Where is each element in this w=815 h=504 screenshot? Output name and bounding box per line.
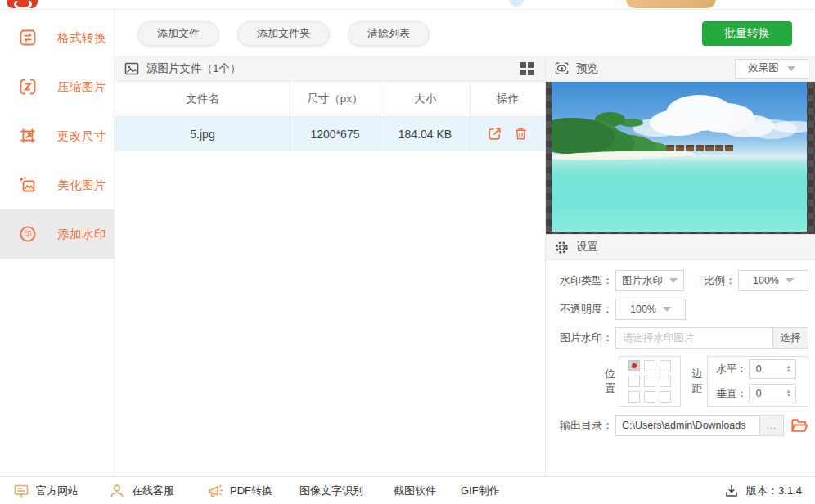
preview-mode-value: 效果图 [748,61,779,75]
sidebar-item-beautify[interactable]: 美化图片 [0,160,114,209]
batch-convert-button[interactable]: 批量转换 [702,21,792,46]
watermark-type-value: 图片水印 [622,274,663,288]
column-actions: 操作 [471,82,545,116]
horizontal-label: 水平： [716,362,747,376]
position-cell[interactable] [644,360,655,371]
clear-list-button[interactable]: 清除列表 [348,21,430,46]
footer-link-label: 在线客服 [132,484,174,498]
position-cell[interactable] [644,391,655,403]
sidebar-item-label: 压缩图片 [47,79,106,95]
browse-button[interactable]: ... [760,415,784,436]
beach-photo [552,82,807,232]
image-watermark-label: 图片水印： [554,331,613,345]
sidebar-item-label: 更改尺寸 [47,128,106,144]
choose-watermark-button[interactable]: 选择 [772,327,808,349]
sidebar-item-label: 添加水印 [47,227,106,242]
position-cell[interactable] [660,391,671,403]
add-file-button[interactable]: 添加文件 [137,21,219,46]
sidebar: 格式转换 压缩图片 更改尺寸 美化图片 [0,11,115,476]
settings-title: 设置 [576,240,598,254]
scale-select[interactable]: 100% [738,270,808,291]
watermark-type-label: 水印类型： [554,273,613,288]
format-convert-icon [18,28,38,47]
vip-button[interactable] [626,0,716,8]
sidebar-item-label: 美化图片 [47,178,106,193]
opacity-label: 不透明度： [554,302,613,317]
compress-icon [18,77,38,97]
resize-icon [18,126,38,146]
horizontal-margin-stepper[interactable]: 0 ▲▼ [749,359,796,379]
position-grid [619,356,681,407]
file-actions [471,117,545,151]
svg-text:印: 印 [24,229,32,238]
position-cell[interactable] [644,376,655,387]
chevron-down-icon [663,307,671,312]
app-logo [7,0,38,8]
horizontal-value: 0 [750,363,782,375]
chevron-down-icon [786,278,794,283]
table-header: 文件名 尺寸（px） 大小 操作 [115,82,545,117]
preview-eye-icon [554,61,570,76]
file-panel-header: 源图片文件（1个） [115,56,545,82]
sidebar-item-format-convert[interactable]: 格式转换 [0,13,114,62]
footer-link-pdf-convert[interactable]: PDF转换 [207,483,272,499]
output-dir-input[interactable] [615,415,760,436]
person-icon [109,483,125,499]
preview-header: 预览 效果图 [546,56,815,82]
position-cell[interactable] [628,376,640,387]
sidebar-item-compress[interactable]: 压缩图片 [0,62,114,111]
gear-icon [554,240,570,255]
sidebar-item-resize[interactable]: 更改尺寸 [0,111,114,160]
table-row[interactable]: 5.jpg 1200*675 184.04 KB [115,117,545,151]
preview-image [546,82,815,234]
footer-link-support[interactable]: 在线客服 [109,483,174,499]
footer-link-gif[interactable]: GIF制作 [461,484,500,498]
stepper-arrows[interactable]: ▲▼ [782,360,795,378]
open-folder-icon[interactable] [790,416,808,435]
stepper-arrows[interactable]: ▲▼ [782,385,795,403]
vertical-value: 0 [750,388,782,399]
file-size: 184.04 KB [380,117,471,151]
vertical-label: 垂直： [716,387,747,401]
watermark-image-input[interactable] [615,327,772,349]
open-file-icon[interactable] [487,126,502,142]
chevron-down-icon [787,66,795,71]
delete-file-icon[interactable] [513,126,529,142]
monitor-icon [13,483,29,499]
opacity-value: 100% [630,304,656,315]
footer-link-ocr[interactable]: 图像文字识别 [299,484,363,498]
scale-label: 比例： [704,273,736,288]
sidebar-item-label: 格式转换 [47,30,106,46]
overwater-bungalows-shape [666,145,733,151]
position-cell[interactable] [660,360,671,371]
download-icon[interactable] [723,483,740,499]
preview-mode-select[interactable]: 效果图 [735,59,808,79]
margin-box: 水平： 0 ▲▼ 垂直： 0 ▲▼ [707,356,808,407]
position-cell[interactable] [628,391,640,403]
vertical-margin-stepper[interactable]: 0 ▲▼ [749,384,796,403]
watermark-type-select[interactable]: 图片水印 [615,270,684,291]
footer-link-label: GIF制作 [461,484,500,498]
preview-title: 预览 [576,61,598,76]
position-cell-selected[interactable] [628,360,640,371]
output-dir-label: 输出目录： [554,418,613,433]
megaphone-icon [207,483,223,499]
footer-link-screenshot[interactable]: 截图软件 [394,484,436,498]
settings-body: 水印类型： 图片水印 比例： 100% 不透明度： 100% [546,260,815,436]
file-panel-title: 源图片文件（1个） [146,61,241,76]
version-info: 版本：3.1.4 [723,483,802,499]
sidebar-item-watermark[interactable]: 印 添加水印 [0,209,114,259]
column-size: 大小 [380,82,471,116]
cloud-shape [771,121,807,133]
grid-view-icon[interactable] [519,61,535,77]
position-cell[interactable] [660,376,671,387]
footer-link-website[interactable]: 官方网站 [13,483,79,499]
image-file-icon [124,61,140,77]
scale-value: 100% [753,275,779,286]
avatar[interactable] [509,0,524,7]
toolbar: 添加文件 添加文件夹 清除列表 批量转换 [115,11,815,56]
opacity-select[interactable]: 100% [615,299,686,320]
footer-link-label: 官方网站 [36,484,79,498]
footer-link-label: 图像文字识别 [299,484,363,498]
add-folder-button[interactable]: 添加文件夹 [237,21,330,46]
